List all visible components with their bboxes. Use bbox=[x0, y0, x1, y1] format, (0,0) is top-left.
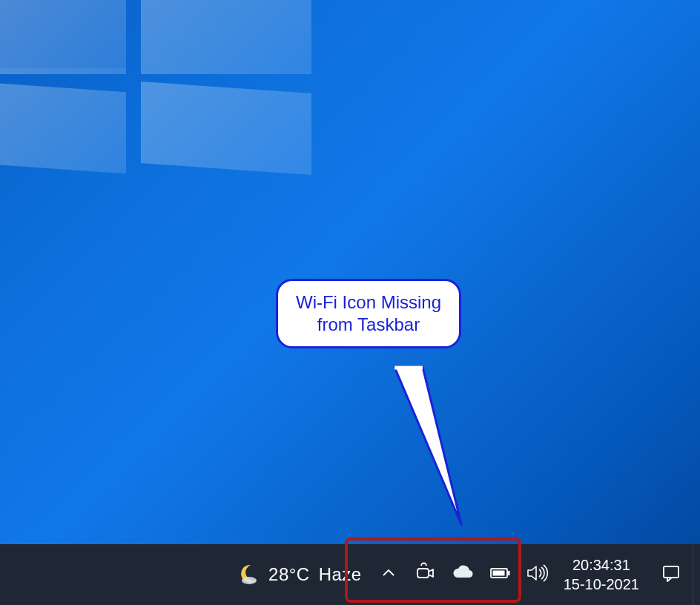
time-text: 20:34:31 bbox=[572, 555, 630, 575]
battery-icon bbox=[488, 561, 512, 588]
svg-rect-5 bbox=[664, 566, 678, 578]
svg-rect-3 bbox=[508, 571, 510, 575]
clock-button[interactable]: 20:34:31 15-10-2021 bbox=[553, 544, 650, 605]
action-center-button[interactable] bbox=[650, 544, 693, 605]
cloud-icon bbox=[451, 561, 475, 588]
svg-point-0 bbox=[242, 577, 257, 584]
camera-icon bbox=[415, 562, 437, 587]
system-tray bbox=[406, 544, 553, 605]
weather-temperature: 28°C bbox=[268, 564, 310, 585]
battery-button[interactable] bbox=[483, 558, 516, 591]
weather-widget[interactable]: 28°C Haze bbox=[225, 544, 371, 605]
chevron-up-icon bbox=[381, 566, 396, 583]
date-text: 15-10-2021 bbox=[564, 575, 639, 594]
weather-condition: Haze bbox=[319, 564, 362, 585]
taskbar: 28°C Haze bbox=[0, 544, 700, 605]
moon-weather-icon bbox=[234, 562, 260, 587]
notification-icon bbox=[660, 562, 682, 587]
show-desktop-button[interactable] bbox=[693, 544, 700, 605]
annotation-callout: Wi-Fi Icon Missing from Taskbar bbox=[276, 279, 461, 348]
annotation-text: Wi-Fi Icon Missing from Taskbar bbox=[276, 279, 461, 348]
show-hidden-icons-button[interactable] bbox=[371, 544, 406, 605]
speaker-icon bbox=[525, 561, 549, 588]
onedrive-button[interactable] bbox=[446, 558, 479, 591]
meet-now-button[interactable] bbox=[409, 558, 442, 591]
desktop-wallpaper: Wi-Fi Icon Missing from Taskbar 28°C Haz… bbox=[0, 0, 700, 605]
volume-button[interactable] bbox=[521, 558, 553, 591]
svg-rect-4 bbox=[492, 571, 504, 576]
annotation-tail bbox=[380, 365, 469, 528]
windows-logo-reflection bbox=[0, 0, 334, 185]
svg-rect-1 bbox=[417, 569, 429, 578]
